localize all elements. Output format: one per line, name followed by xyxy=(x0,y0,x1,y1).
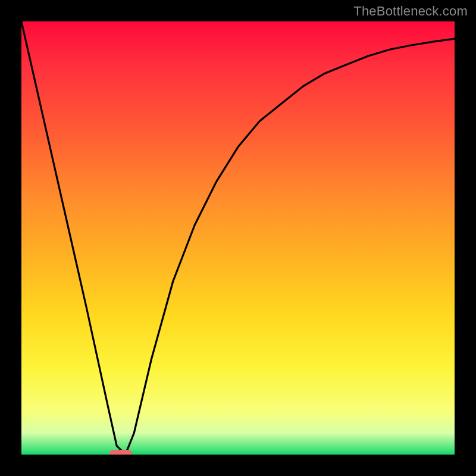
bottleneck-curve xyxy=(21,21,455,455)
watermark-text: TheBottleneck.com xyxy=(353,4,468,19)
chart-frame: TheBottleneck.com xyxy=(0,0,476,476)
min-marker xyxy=(109,450,132,455)
plot-area xyxy=(21,21,455,455)
